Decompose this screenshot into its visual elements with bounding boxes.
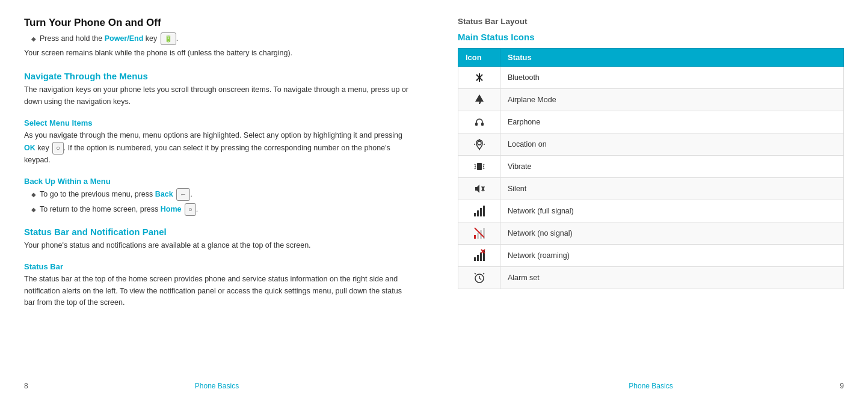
status-cell-0: Bluetooth <box>500 67 844 89</box>
icon-network-none <box>466 227 493 240</box>
backup-bullet-1: ◆ To go to the previous menu, press Back… <box>31 188 410 201</box>
home-link: Home <box>161 205 182 213</box>
status-cell-1: Airplane Mode <box>500 89 844 111</box>
svg-line-36 <box>475 273 476 274</box>
backup-text-2: To return to the home screen, press Home… <box>40 203 198 216</box>
svg-rect-27 <box>474 257 476 261</box>
table-header-status: Status <box>500 49 844 67</box>
backup-title: Back Up Within a Menu <box>24 177 410 186</box>
bullet-diamond-1: ◆ <box>31 190 36 200</box>
navigate-body: The navigation keys on your phone lets y… <box>24 84 410 108</box>
icon-cell-network-roaming <box>458 245 500 267</box>
svg-point-3 <box>478 141 481 145</box>
svg-rect-22 <box>477 233 479 239</box>
page-number-right: 9 <box>840 382 844 390</box>
table-row: Location on <box>458 133 844 156</box>
back-key-icon: ← <box>176 188 190 201</box>
svg-rect-2 <box>481 123 484 126</box>
status-cell-2: Earphone <box>500 111 844 133</box>
svg-rect-29 <box>480 253 482 261</box>
page-label-left: Phone Basics <box>195 382 239 390</box>
bullet-diamond-2: ◆ <box>31 205 36 215</box>
back-link: Back <box>155 190 173 198</box>
table-row: Bluetooth <box>458 67 844 89</box>
icon-cell-vibrate <box>458 156 500 178</box>
status-bar-title: Status Bar and Notification Panel <box>24 227 410 237</box>
svg-rect-20 <box>483 206 485 216</box>
svg-line-26 <box>475 228 484 237</box>
screen-blank-text: Your screen remains blank while the phon… <box>24 47 410 59</box>
status-cell-8: Network (roaming) <box>500 245 844 267</box>
svg-rect-8 <box>477 163 482 170</box>
table-row: Earphone <box>458 111 844 133</box>
svg-rect-18 <box>477 210 479 216</box>
ok-key-icon: ○ <box>52 142 64 155</box>
status-bar-body: Your phone's status and notifications ar… <box>24 240 410 251</box>
backup-text-1: To go to the previous menu, press Back ←… <box>40 188 192 201</box>
svg-line-11 <box>475 168 476 169</box>
power-key-icon: 🔋 <box>161 32 176 45</box>
icon-earphone <box>466 115 493 129</box>
status-bar-sub: Status Bar <box>24 262 410 271</box>
table-row: Vibrate <box>458 156 844 178</box>
left-page: Turn Your Phone On and Off ◆ Press and h… <box>0 0 434 401</box>
svg-line-14 <box>483 168 484 169</box>
status-bar-layout-title: Status Bar Layout <box>458 17 844 26</box>
table-row: Network (roaming) <box>458 245 844 267</box>
page-number-left: 8 <box>24 382 28 390</box>
select-menu-body: As you navigate through the menu, menu o… <box>24 130 410 166</box>
icon-cell-location <box>458 133 500 156</box>
status-cell-7: Network (no signal) <box>500 222 844 245</box>
icon-airplane <box>466 93 493 106</box>
icon-alarm <box>466 271 493 284</box>
table-row: Network (full signal) <box>458 200 844 222</box>
navigate-title: Navigate Through the Menus <box>24 71 410 81</box>
select-menu-title: Select Menu Items <box>24 118 410 127</box>
icon-cell-silent <box>458 178 500 200</box>
table-row: Alarm set <box>458 267 844 289</box>
page-label-right: Phone Basics <box>629 382 673 390</box>
svg-rect-28 <box>477 255 479 261</box>
icon-cell-network-full <box>458 200 500 222</box>
table-header-icon: Icon <box>458 49 500 67</box>
bullet-diamond: ◆ <box>31 34 36 44</box>
ok-link: OK <box>24 144 35 152</box>
icon-cell-alarm <box>458 267 500 289</box>
right-page: Status Bar Layout Main Status Icons Icon… <box>434 0 868 401</box>
svg-rect-19 <box>480 208 482 216</box>
svg-rect-25 <box>474 235 476 239</box>
turn-on-off-bullet: ◆ Press and hold the Power/End key 🔋. <box>31 32 410 45</box>
icon-network-roaming <box>466 249 493 262</box>
status-cell-6: Network (full signal) <box>500 200 844 222</box>
svg-line-9 <box>475 164 476 165</box>
icon-network-full <box>466 204 493 218</box>
status-cell-4: Vibrate <box>500 156 844 178</box>
power-end-link: Power/End <box>105 34 144 43</box>
status-cell-9: Alarm set <box>500 267 844 289</box>
svg-rect-17 <box>474 213 476 216</box>
icon-cell-airplane <box>458 89 500 111</box>
icon-silent <box>466 182 493 195</box>
icon-cell-earphone <box>458 111 500 133</box>
svg-line-37 <box>483 273 484 274</box>
icon-cell-network-none <box>458 222 500 245</box>
svg-line-35 <box>479 278 481 280</box>
table-header-row: Icon Status <box>458 49 844 67</box>
home-key-icon: ○ <box>185 203 196 216</box>
turn-on-off-title: Turn Your Phone On and Off <box>24 17 410 29</box>
icon-cell-bluetooth <box>458 67 500 89</box>
main-status-icons-title: Main Status Icons <box>458 32 844 42</box>
svg-rect-1 <box>475 123 478 126</box>
icon-location <box>466 138 493 151</box>
backup-bullet-2: ◆ To return to the home screen, press Ho… <box>31 203 410 216</box>
icon-bluetooth <box>466 71 493 84</box>
status-cell-5: Silent <box>500 178 844 200</box>
status-table: Icon Status Bluetooth Airplane Mode Earp… <box>458 48 844 289</box>
status-bar-detail: The status bar at the top of the home sc… <box>24 274 410 308</box>
table-row: Silent <box>458 178 844 200</box>
turn-on-off-text: Press and hold the Power/End key 🔋. <box>40 32 178 45</box>
icon-vibrate <box>466 160 493 173</box>
svg-line-12 <box>483 164 484 165</box>
table-row: Airplane Mode <box>458 89 844 111</box>
table-row: Network (no signal) <box>458 222 844 245</box>
